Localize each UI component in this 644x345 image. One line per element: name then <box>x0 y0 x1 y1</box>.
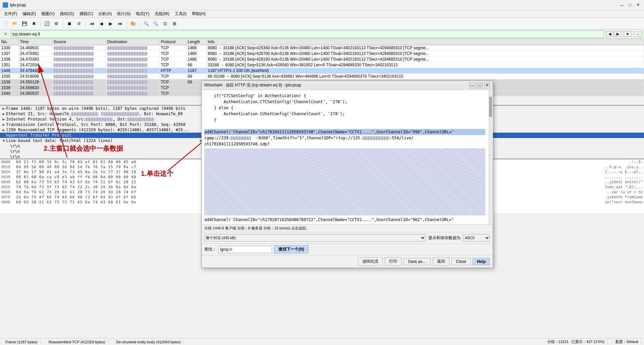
col-time[interactable]: Time <box>18 39 52 45</box>
dialog-display-select[interactable]: ASCII <box>463 234 490 242</box>
menu-tools[interactable]: 工具(I) <box>172 10 189 17</box>
dialog-back-btn[interactable]: 返回 <box>433 257 449 266</box>
table-cell <box>106 85 159 91</box>
capture-options-btn[interactable]: ⚙ <box>52 19 61 28</box>
dialog-find-next-btn[interactable]: 查找下一个(N) <box>274 245 309 254</box>
expand-ip[interactable]: ▶ <box>1 117 6 122</box>
hex-ascii: .jsGetCh FromCook <box>605 195 643 199</box>
table-row[interactable]: 133824.470383TCP14668080 → 33188 [ACK] S… <box>0 57 644 62</box>
menu-phone[interactable]: 电话(Y) <box>133 10 152 17</box>
detail-rn-label-1: \r\n <box>10 144 20 148</box>
dialog-conv-row: 整个对话 (435 kB) 显示和保存数据为 ASCII <box>202 232 493 244</box>
dialog-status-bar: 分组 1446.8 客户端 分组：8 服务器 分组：15 turn(s) 点击追… <box>202 225 493 232</box>
menu-file[interactable]: 文件(F) <box>1 10 20 17</box>
table-cell <box>106 51 159 57</box>
filter-input[interactable] <box>11 30 604 38</box>
dialog-conv-select[interactable]: 整个对话 (435 kB) <box>204 234 426 242</box>
hex-ascii: 7.....~s E...w7.. <box>605 170 643 174</box>
column-headers: No. Time Source Destination Protocol Len… <box>0 39 644 45</box>
colorize-btn[interactable]: 🎨 <box>129 19 138 28</box>
dialog-close-bottom-btn[interactable]: Close <box>451 258 471 265</box>
stop-btn[interactable]: ⏹ <box>65 19 74 28</box>
menu-help[interactable]: 帮助(H) <box>189 10 208 17</box>
maximize-button[interactable]: □ <box>627 2 633 8</box>
expand-line-based[interactable]: ▼ <box>1 138 6 143</box>
menu-stats[interactable]: 统计(S) <box>114 10 133 17</box>
dialog-save-btn[interactable]: Save as… <box>404 258 431 265</box>
table-cell <box>52 74 106 79</box>
dialog-filter-btn[interactable]: 滤掉此流 <box>358 257 383 266</box>
menu-capture[interactable]: 捕获(C) <box>77 10 96 17</box>
table-cell: 33188 → 8080 [ACK] Seq=5136 Ack=429560 W… <box>206 62 644 68</box>
status-chunked: De-chunked entity body (412043 bytes) <box>113 340 183 344</box>
table-row[interactable]: 135124.472034TCP6633188 → 8080 [ACK] Seq… <box>0 62 644 68</box>
expand-http[interactable]: ▶ <box>1 133 6 138</box>
reload-btn[interactable]: 🔄 <box>43 19 51 28</box>
menu-analyze[interactable]: 分析(A) <box>96 10 114 17</box>
col-info[interactable]: Info <box>206 39 644 45</box>
zoom-out-btn[interactable]: 🔍 <box>151 19 160 28</box>
code-line-4: Authentication.CUSetConfig('ChannelCount… <box>204 111 485 117</box>
go-first-btn[interactable]: ⏮ <box>88 19 96 28</box>
go-next-btn[interactable]: ▶ <box>106 19 115 28</box>
dialog-maximize-btn[interactable]: □ <box>477 82 483 88</box>
table-row[interactable]: 153524.519006TCP6666 33188 → 8080 [ACK] … <box>0 74 644 79</box>
sep2 <box>63 20 63 27</box>
blurred-src <box>54 58 94 61</box>
blurred-dst <box>107 86 148 90</box>
go-prev-btn[interactable]: ◀ <box>97 19 106 28</box>
go-last-btn[interactable]: ⏭ <box>116 19 124 28</box>
col-length[interactable]: Length <box>186 39 206 45</box>
expand-frame[interactable]: ▶ <box>1 106 6 111</box>
table-cell <box>106 57 159 62</box>
minimize-button[interactable]: — <box>619 2 625 8</box>
dialog-code-area[interactable]: if("CTCSetConfig" in Authentication) { A… <box>202 90 493 225</box>
new-btn[interactable]: 📄 <box>1 19 10 28</box>
blurred-src <box>54 86 94 90</box>
filter-next-btn[interactable]: ▶ <box>614 31 622 37</box>
menu-view[interactable]: 视图(V) <box>39 10 57 17</box>
table-cell: 66 <box>186 74 206 79</box>
table-cell: TCP <box>159 45 186 51</box>
expand-ethernet[interactable]: ▶ <box>1 112 6 116</box>
table-cell: TCP <box>159 51 186 57</box>
col-protocol[interactable]: Protocol <box>159 39 186 45</box>
table-row[interactable]: 133024.469631TCP14668080 → 33188 [ACK] S… <box>0 45 644 51</box>
dialog-close-btn[interactable]: ✕ <box>484 82 490 88</box>
close-button[interactable]: ✕ <box>635 2 641 8</box>
blurred-src <box>54 92 94 95</box>
dialog-help-btn[interactable]: Help <box>473 258 490 265</box>
dialog-title-bar: Wireshark · 追踪 HTTP 流 (tcp.stream eq 9) … <box>202 81 493 90</box>
resize-col-btn[interactable]: ⊞ <box>170 19 179 28</box>
table-cell: 24.470383 <box>18 57 52 62</box>
col-no[interactable]: No. <box>0 39 18 45</box>
menu-edit[interactable]: 编辑(E) <box>20 10 39 17</box>
expand-reassembled[interactable]: ▶ <box>1 128 6 132</box>
dialog-print-btn[interactable]: 打印 <box>385 257 401 266</box>
menu-goto[interactable]: 跳转(G) <box>57 10 76 17</box>
filter-apply-btn[interactable]: → <box>634 31 642 37</box>
open-btn[interactable]: 📂 <box>11 19 19 28</box>
blurred-dst <box>107 46 148 50</box>
menu-wireless[interactable]: 无线(W) <box>152 10 172 17</box>
hex-ascii: ie("curr entChann <box>605 200 643 204</box>
dialog-search-input[interactable] <box>218 246 272 253</box>
col-destination[interactable]: Destination <box>106 39 159 45</box>
col-source[interactable]: Source <box>52 39 106 45</box>
status-count: 分组：12221 · 已显示：427 (3.5%) <box>545 339 608 344</box>
table-row[interactable]: 144624.478440HTTP11871187 HTTP/1.1 200 O… <box>0 68 644 74</box>
zoom-in-btn[interactable]: 🔍 <box>142 19 151 28</box>
table-cell: 1538 <box>0 79 18 85</box>
filter-bookmark-btn[interactable]: ★ <box>624 31 632 37</box>
restart-btn[interactable]: ↺ <box>74 19 83 28</box>
table-cell: 1539 <box>0 85 18 91</box>
save-btn[interactable]: 💾 <box>20 19 29 28</box>
table-cell <box>52 85 106 91</box>
dialog-minimize-btn[interactable]: — <box>469 82 475 88</box>
expand-tcp[interactable]: ▶ <box>1 122 6 127</box>
table-row[interactable]: 133724.470381TCP14668080 → 33188 [ACK] S… <box>0 51 644 57</box>
filter-clear-btn[interactable]: ✕ <box>2 31 9 38</box>
zoom-reset-btn[interactable]: ⊡ <box>161 19 169 28</box>
filter-prev-btn[interactable]: ◀ <box>606 31 613 37</box>
close-file-btn[interactable]: ✖ <box>30 19 38 28</box>
